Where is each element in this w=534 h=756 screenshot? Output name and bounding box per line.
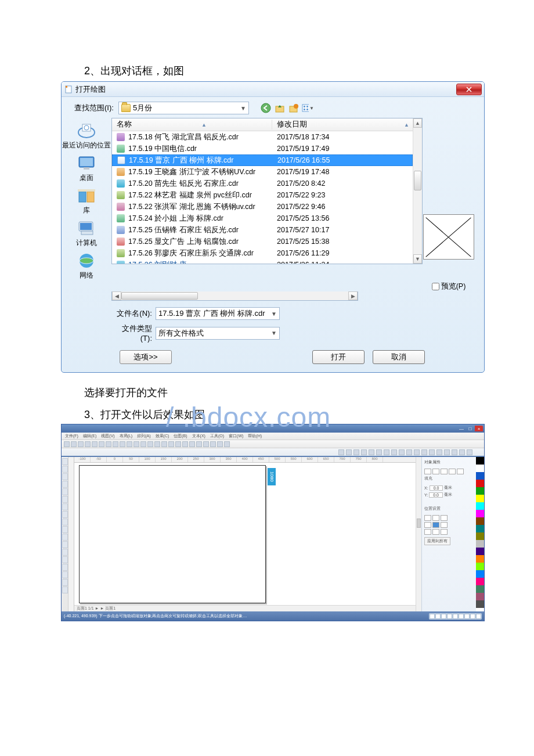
tool-button[interactable] bbox=[62, 579, 68, 586]
scroll-thumb[interactable] bbox=[414, 171, 421, 190]
file-row[interactable]: 17.5.26 郭廖庆 石家庄新乐 交通牌.cdr2017/5/26 11:29 bbox=[112, 247, 413, 259]
toolbar-button[interactable] bbox=[127, 441, 132, 447]
tool-button[interactable] bbox=[62, 564, 68, 571]
toolbar-button[interactable] bbox=[444, 449, 450, 455]
menu-item[interactable]: 效果(C) bbox=[156, 433, 169, 439]
toolbar-button[interactable] bbox=[161, 441, 167, 447]
color-swatch[interactable] bbox=[476, 548, 484, 555]
options-button[interactable]: 选项>> bbox=[120, 350, 172, 364]
toolbar-button[interactable] bbox=[196, 441, 202, 447]
filename-combo[interactable]: 17.5.19 曹京 广西 柳州 标牌.cdr▼ bbox=[156, 307, 280, 320]
color-swatch[interactable] bbox=[476, 532, 484, 540]
file-row[interactable]: 17.5.18 何飞 湖北宜昌 铝反光.cdr2017/5/18 17:34 bbox=[112, 131, 413, 143]
toolbar-button[interactable] bbox=[203, 441, 209, 447]
app-menubar[interactable]: 文件(F)编辑(E)视图(V)布局(L)排列(A)效果(C)位图(B)文本(X)… bbox=[62, 433, 484, 440]
file-row[interactable]: 17.5.26 刘刚财 唐...2017/5/26 11:24 bbox=[112, 259, 413, 264]
color-swatch[interactable] bbox=[476, 457, 484, 465]
tool-button[interactable] bbox=[62, 481, 68, 488]
scroll-down-button[interactable]: ▼ bbox=[413, 254, 422, 264]
lookin-combo[interactable]: 5月份 ▼ bbox=[118, 102, 249, 114]
color-swatch[interactable] bbox=[476, 540, 484, 548]
toolbar-button[interactable] bbox=[189, 441, 195, 447]
color-swatch[interactable] bbox=[476, 510, 484, 517]
toolbar-button[interactable] bbox=[113, 441, 118, 447]
place-computer[interactable]: 计算机 bbox=[62, 218, 111, 249]
color-swatch[interactable] bbox=[476, 525, 484, 532]
tool-button[interactable] bbox=[62, 586, 68, 593]
apply-button[interactable]: 应用到所有 bbox=[424, 537, 450, 545]
canvas[interactable]: 1080 bbox=[74, 463, 416, 605]
toolbar-button[interactable] bbox=[421, 449, 427, 455]
color-swatch[interactable] bbox=[476, 487, 484, 495]
menu-item[interactable]: 工具(O) bbox=[210, 433, 224, 439]
tool-button[interactable] bbox=[62, 519, 68, 525]
toolbar-button[interactable] bbox=[71, 441, 77, 447]
file-row[interactable]: 17.5.19 王晓鑫 浙江宁波 不锈钢UV.cdr2017/5/19 17:4… bbox=[112, 166, 413, 178]
place-network[interactable]: 网络 bbox=[62, 250, 111, 282]
toolbar-button[interactable] bbox=[452, 449, 457, 455]
menu-item[interactable]: 排列(A) bbox=[137, 433, 150, 439]
place-libraries[interactable]: 库 bbox=[62, 185, 111, 217]
color-swatch[interactable] bbox=[476, 472, 484, 480]
file-row[interactable]: 17.5.20 苗先生 铝反光 石家庄.cdr2017/5/20 8:42 bbox=[112, 178, 413, 189]
color-swatch[interactable] bbox=[476, 600, 484, 608]
toolbar-button[interactable] bbox=[64, 441, 70, 447]
filetype-combo[interactable]: 所有文件格式▼ bbox=[156, 327, 280, 340]
color-swatch[interactable] bbox=[476, 465, 484, 472]
toolbar-button[interactable] bbox=[134, 441, 139, 447]
file-row[interactable]: 17.5.22 张洪军 湖北 恩施 不锈钢uv.cdr2017/5/22 9:4… bbox=[112, 201, 413, 213]
toolbar-button[interactable] bbox=[175, 441, 181, 447]
file-row[interactable]: 17.5.25 显文广告 上海 铝腐蚀.cdr2017/5/25 15:38 bbox=[112, 236, 413, 247]
tool-button[interactable] bbox=[62, 549, 68, 556]
toolbar-button[interactable] bbox=[436, 449, 442, 455]
tool-button[interactable] bbox=[62, 571, 68, 578]
minimize-icon[interactable]: — bbox=[457, 426, 466, 431]
toolbar-button[interactable] bbox=[346, 449, 352, 455]
toolbar-button[interactable] bbox=[120, 441, 125, 447]
tool-button[interactable] bbox=[62, 503, 68, 510]
toolbar-button[interactable] bbox=[384, 449, 389, 455]
up-button[interactable] bbox=[273, 102, 286, 114]
maximize-icon[interactable]: □ bbox=[466, 426, 474, 431]
color-palette[interactable] bbox=[476, 457, 484, 611]
toolbar-button[interactable] bbox=[376, 449, 382, 455]
color-swatch[interactable] bbox=[476, 570, 484, 578]
tool-button[interactable] bbox=[62, 488, 68, 495]
view-menu-button[interactable]: ▼ bbox=[301, 102, 314, 114]
toolbar-button[interactable] bbox=[147, 441, 153, 447]
file-row[interactable]: 17.5.19 中国电信.cdr2017/5/19 17:49 bbox=[112, 143, 413, 154]
toolbar-button[interactable] bbox=[391, 449, 397, 455]
file-row[interactable]: 17.5.22 林艺君 福建 泉州 pvc丝印.cdr2017/5/22 9:2… bbox=[112, 189, 413, 201]
color-swatch[interactable] bbox=[476, 480, 484, 487]
app-toolbar-2[interactable] bbox=[62, 448, 484, 456]
tool-button[interactable] bbox=[62, 496, 68, 503]
menu-item[interactable]: 位图(B) bbox=[174, 433, 187, 439]
file-row[interactable]: 17.5.24 於小姐 上海 标牌.cdr2017/5/25 13:56 bbox=[112, 213, 413, 224]
place-recent[interactable]: 最近访问的位置 bbox=[62, 120, 111, 152]
app-toolbar[interactable] bbox=[62, 440, 484, 448]
back-button[interactable] bbox=[259, 102, 272, 114]
horizontal-scrollbar[interactable]: ◀ ▶ bbox=[111, 291, 358, 301]
toolbar-button[interactable] bbox=[140, 441, 146, 447]
scroll-thumb[interactable] bbox=[121, 292, 198, 300]
toolbar-button[interactable] bbox=[338, 449, 344, 455]
toolbar-button[interactable] bbox=[210, 441, 216, 447]
color-swatch[interactable] bbox=[476, 555, 484, 563]
cancel-button[interactable]: 取消 bbox=[373, 350, 425, 364]
file-list[interactable]: 名称▲ 修改日期▲ 17.5.18 何飞 湖北宜昌 铝反光.cdr2017/5/… bbox=[111, 118, 423, 264]
scroll-up-button[interactable]: ▲ bbox=[413, 118, 422, 128]
toolbar-button[interactable] bbox=[467, 449, 472, 455]
menu-item[interactable]: 窗口(W) bbox=[229, 433, 243, 439]
tool-button[interactable] bbox=[62, 526, 68, 533]
toolbar-button[interactable] bbox=[85, 441, 91, 447]
menu-item[interactable]: 帮助(H) bbox=[248, 433, 262, 439]
tool-button[interactable] bbox=[62, 473, 68, 480]
toolbar-button[interactable] bbox=[217, 441, 223, 447]
toolbar-button[interactable] bbox=[369, 449, 374, 455]
menu-item[interactable]: 编辑(E) bbox=[83, 433, 96, 439]
docker-panel[interactable]: 对象属性 填充 X:0.0毫米 Y:0.0毫米 位置设置 应用到所有 bbox=[421, 457, 476, 611]
toolbar-button[interactable] bbox=[168, 441, 174, 447]
preview-checkbox[interactable]: 预览(P) bbox=[432, 282, 466, 291]
page-tabs[interactable]: 页面1 1/1 ► ► 页面1 bbox=[74, 605, 416, 611]
tool-button[interactable] bbox=[62, 556, 68, 563]
